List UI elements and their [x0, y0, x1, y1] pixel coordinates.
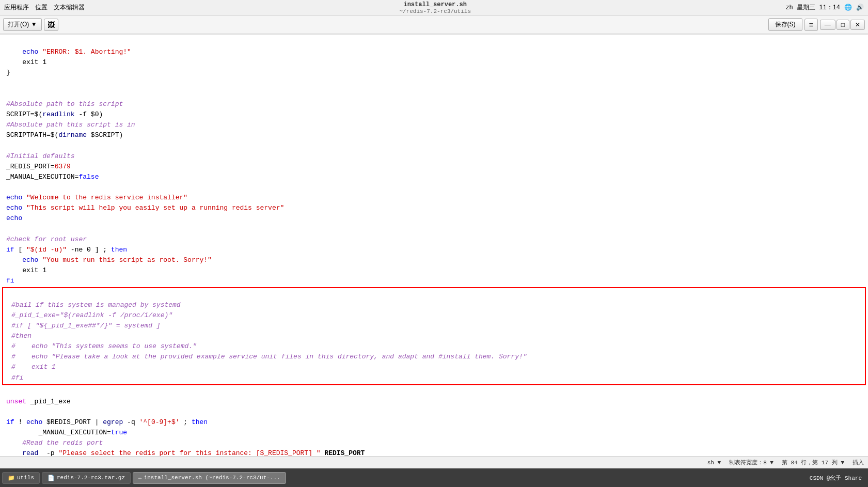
menu-app[interactable]: 应用程序	[4, 3, 29, 12]
menu-button[interactable]: ≡	[804, 19, 818, 31]
statusbar: sh ▼ 制表符宽度：8 ▼ 第 84 行，第 17 列 ▼ 插入	[0, 456, 868, 468]
new-button[interactable]: 🖼	[44, 19, 58, 31]
system-info: zh 星期三 11：14	[785, 3, 840, 12]
code-editor[interactable]: echo "ERROR: $1. Aborting!" exit 1 } #Ab…	[0, 35, 868, 456]
taskbar-label-tar: redis-7.2-rc3.tar.gz	[57, 475, 125, 481]
save-button[interactable]: 保存(S)	[768, 18, 802, 31]
taskbar-right: CSDN @幺子 Share	[810, 474, 866, 482]
minimize-button[interactable]: —	[820, 20, 835, 30]
taskbar-icon-tar: 📄	[48, 475, 55, 481]
tab-width-selector[interactable]: 制表符宽度：8 ▼	[729, 459, 774, 466]
maximize-button[interactable]: □	[837, 20, 849, 30]
titlebar-right: zh 星期三 11：14 🌐 🔊	[785, 3, 864, 12]
taskbar-icon-utils: 📁	[8, 475, 15, 481]
new-icon: 🖼	[48, 21, 55, 29]
menu-location[interactable]: 位置	[35, 3, 48, 12]
titlebar-left: 应用程序 位置 文本编辑器	[4, 3, 85, 12]
window-title: install_server.sh	[399, 1, 471, 8]
taskbar-item-tar[interactable]: 📄 redis-7.2-rc3.tar.gz	[42, 472, 131, 484]
network-icon: 🌐	[844, 4, 852, 11]
position-indicator[interactable]: 第 84 行，第 17 列 ▼	[782, 459, 844, 466]
save-label: 保存(S)	[775, 21, 796, 28]
lang-selector[interactable]: sh ▼	[707, 460, 721, 466]
toolbar: 打开(O) ▼ 🖼 保存(S) ≡ — □ ✕	[0, 15, 868, 34]
taskbar-item-utils[interactable]: 📁 utils	[2, 472, 40, 484]
titlebar-center: install_server.sh ~/redis-7.2-rc3/utils	[399, 1, 471, 14]
highlighted-block: #bail if this system is managed by syste…	[2, 287, 866, 385]
code-section-2: #Absolute path to this script SCRIPT=$(r…	[0, 89, 868, 287]
open-button[interactable]: 打开(O) ▼	[3, 18, 42, 31]
taskbar-label-install: install_server.sh (~redis-7.2-rc3/ut-...	[144, 475, 280, 481]
insert-mode: 插入	[853, 459, 864, 466]
code-section-3: unset _pid_1_exe if ! echo $REDIS_PORT |…	[0, 386, 868, 456]
close-button[interactable]: ✕	[850, 20, 865, 30]
volume-icon: 🔊	[856, 4, 864, 11]
code-content: echo "ERROR: $1. Aborting!" exit 1 }	[0, 37, 868, 89]
window-subtitle: ~/redis-7.2-rc3/utils	[399, 8, 471, 14]
window-controls: — □ ✕	[820, 20, 865, 30]
open-label: 打开(O) ▼	[8, 20, 37, 29]
taskbar-item-install[interactable]: ✏️ install_server.sh (~redis-7.2-rc3/ut-…	[133, 472, 286, 484]
taskbar-label-utils: utils	[17, 475, 34, 481]
taskbar-icon-install: ✏️	[138, 475, 142, 481]
taskbar: 📁 utils 📄 redis-7.2-rc3.tar.gz ✏️ instal…	[0, 468, 868, 487]
titlebar: 应用程序 位置 文本编辑器 install_server.sh ~/redis-…	[0, 0, 868, 15]
menu-icon: ≡	[809, 21, 813, 29]
menu-editor[interactable]: 文本编辑器	[54, 3, 85, 12]
highlight-code: #bail if this system is managed by syste…	[5, 289, 863, 383]
taskbar-branding: CSDN @幺子 Share	[810, 474, 862, 482]
